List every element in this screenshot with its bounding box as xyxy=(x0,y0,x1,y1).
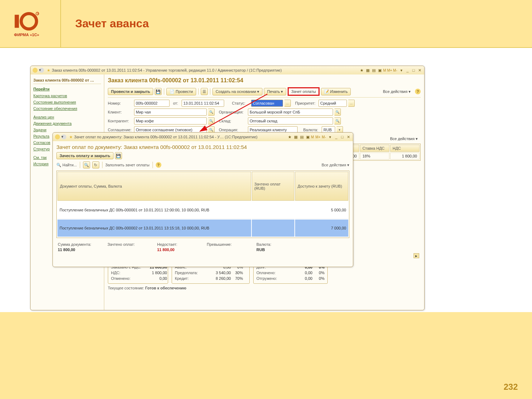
agreement-label: Соглашение: xyxy=(108,128,133,132)
offset-grid[interactable]: Документ оплаты, Сумма, Валюта Зачтено о… xyxy=(56,171,349,238)
doc-toolbar: Провести и закрыть 💾 📄 Провести ☰ Создат… xyxy=(108,86,421,98)
scroll-right-icon[interactable]: ▸ xyxy=(414,253,419,258)
client-picker[interactable] xyxy=(208,109,215,116)
minimize-icon[interactable]: _ xyxy=(334,134,339,139)
col-credited: Зачтено оплат (RUB) xyxy=(252,172,294,201)
status-line: Текущее состояние: Готов к обеспечению xyxy=(108,286,421,290)
org-picker[interactable] xyxy=(334,109,341,116)
col-vat: НДС xyxy=(390,145,420,152)
sidebar-link-exec[interactable]: Состояние выполнения xyxy=(33,99,101,105)
star-icon[interactable]: ★ xyxy=(69,135,73,139)
number-label: Номер: xyxy=(108,101,133,105)
inner-window-titlebar: ▾ ★ Зачет оплат по документу: Заказ клие… xyxy=(53,133,353,141)
close-icon[interactable]: ✕ xyxy=(346,134,351,139)
fav-icon[interactable]: ★ xyxy=(287,134,292,139)
filter-icon[interactable]: 🔍 xyxy=(83,161,90,168)
contragent-picker[interactable] xyxy=(208,117,215,124)
mminus-indicator: M- xyxy=(322,135,326,139)
logo-1c: ® ФИРМА «1С» xyxy=(7,11,46,37)
m-text: M M+ M- xyxy=(383,68,397,72)
save-icon[interactable]: 💾 xyxy=(155,88,162,95)
credit-and-close-button[interactable]: Зачесть оплату и закрыть xyxy=(56,152,113,159)
close-icon[interactable]: ✕ xyxy=(417,68,422,73)
main-window-titlebar: ▾ ★ Заказ клиента 00fs-000002 от 13.01.2… xyxy=(31,66,424,74)
status-picker[interactable] xyxy=(284,100,291,107)
offset-highlight: Зачет оплаты xyxy=(288,87,319,96)
sidebar-link-moves[interactable]: Движения документа xyxy=(33,120,101,127)
status-field[interactable]: Согласован xyxy=(251,100,283,107)
app-icon xyxy=(55,134,60,139)
col-doc: Документ оплаты, Сумма, Валюта xyxy=(57,172,251,201)
sidebar-link-supply[interactable]: Состояние обеспечения xyxy=(33,105,101,112)
page-title: Зачет аванса xyxy=(60,0,149,47)
dash-icon[interactable]: ▾ xyxy=(399,68,404,73)
number-field[interactable]: 00fs-000002 xyxy=(134,100,170,107)
operation-label: Операция: xyxy=(219,128,246,132)
calc-icon[interactable]: ▤ xyxy=(299,134,304,139)
inner-summary: Сумма документа:11 800,00 Зачтено оплат:… xyxy=(56,241,349,253)
grid-row[interactable]: Поступление безналичных ДС 00fs-000001 о… xyxy=(57,201,348,219)
help-icon[interactable]: ? xyxy=(415,89,421,94)
org-label: Организация: xyxy=(219,110,246,114)
status-label: Статус: xyxy=(232,101,250,105)
inner-all-actions[interactable]: Все действия ▾ xyxy=(322,163,349,167)
client-field[interactable]: Мир чая xyxy=(134,109,207,116)
app-icon xyxy=(33,68,38,73)
help-icon[interactable]: ? xyxy=(156,162,161,168)
contragent-label: Контрагент: xyxy=(108,119,133,123)
col-vat-rate: Ставка НДС xyxy=(360,145,389,152)
warehouse-picker[interactable] xyxy=(334,117,341,124)
fav-icon[interactable]: ★ xyxy=(359,68,364,73)
priority-field[interactable]: Средний xyxy=(318,100,347,107)
col-available: Доступно к зачету (RUB) xyxy=(295,172,348,201)
currency-label: Валюта: xyxy=(303,128,320,132)
from-label: от: xyxy=(173,101,180,105)
dropdown-icon[interactable]: ▾ xyxy=(61,134,66,139)
svg-text:®: ® xyxy=(37,12,39,15)
fill-offset-button[interactable]: Заполнить зачет оплаты xyxy=(105,163,150,167)
doc-title: Заказ клиента 00fs-000002 от 13.01.2011 … xyxy=(108,77,421,84)
refresh-icon[interactable]: ↻ xyxy=(92,161,99,168)
create-based-button[interactable]: Создать на основании ▾ xyxy=(212,88,262,95)
maximize-icon[interactable]: □ xyxy=(411,68,416,73)
org-field[interactable]: Большой морской порт СпБ xyxy=(248,109,333,116)
maximize-icon[interactable]: □ xyxy=(340,134,345,139)
post-and-close-button[interactable]: Провести и закрыть xyxy=(108,88,153,95)
sidebar-link-price[interactable]: Анализ цен xyxy=(33,114,101,120)
from-field[interactable]: 13.01.2011 11:02:54 xyxy=(182,100,224,107)
page-number: 232 xyxy=(504,382,518,392)
print-button[interactable]: Печать ▾ xyxy=(264,88,286,95)
logo-caption: ФИРМА «1С» xyxy=(7,33,46,37)
grid-row-selected[interactable]: Поступление безналичных ДС 00fs-000002 о… xyxy=(57,220,348,237)
dash-icon[interactable]: ▾ xyxy=(328,134,333,139)
all-actions-button[interactable]: Все действия ▾ xyxy=(380,88,414,95)
contragent-field[interactable]: Мир кофе xyxy=(134,117,207,124)
priority-picker[interactable] xyxy=(348,100,355,107)
mplus-indicator: M+ xyxy=(315,135,320,139)
svg-point-1 xyxy=(21,13,37,29)
calendar-icon[interactable]: ▣ xyxy=(377,68,382,73)
priority-label: Приоритет: xyxy=(295,101,317,105)
save-icon[interactable]: 💾 xyxy=(115,152,122,159)
star-icon[interactable]: ★ xyxy=(47,68,50,73)
list-icon[interactable]: ☰ xyxy=(201,88,208,95)
minimize-icon[interactable]: _ xyxy=(405,68,410,73)
dropdown-icon[interactable]: ▾ xyxy=(39,68,44,73)
grid-all-actions[interactable]: Все действия ▾ xyxy=(387,135,421,142)
offset-payment-button[interactable]: Зачет оплаты xyxy=(290,89,317,94)
post-button[interactable]: 📄 Провести xyxy=(166,88,196,95)
calc-icon[interactable]: ▤ xyxy=(371,68,376,73)
cell-vat-rate: 18% xyxy=(360,153,389,160)
find-button[interactable]: 🔍 Найти... xyxy=(56,163,77,167)
change-button[interactable]: 📝 Изменить xyxy=(321,88,351,95)
warehouse-field[interactable]: Оптовый склад xyxy=(248,117,333,124)
warehouse-label: Склад: xyxy=(219,119,246,123)
calendar-icon[interactable]: ▣ xyxy=(305,134,310,139)
slide-header: ® ФИРМА «1С» Зачет аванса xyxy=(0,0,532,48)
grid-icon[interactable]: ▦ xyxy=(293,134,298,139)
grid-icon[interactable]: ▦ xyxy=(365,68,370,73)
main-window-title: Заказ клиента 00fs-000002 от 13.01.2011 … xyxy=(52,68,282,72)
client-label: Клиент: xyxy=(108,110,133,114)
inner-window: ▾ ★ Зачет оплат по документу: Заказ клие… xyxy=(52,132,353,267)
sidebar-link-card[interactable]: Карточка расчетов xyxy=(33,93,101,99)
